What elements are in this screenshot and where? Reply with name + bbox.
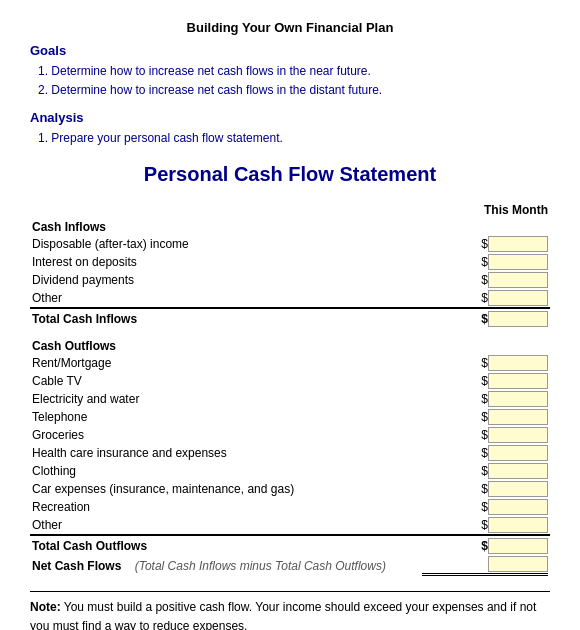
note-text: You must build a positive cash flow. You… [30, 600, 536, 630]
total-inflows-input[interactable] [488, 311, 548, 327]
analysis-section: Analysis 1. Prepare your personal cash f… [30, 110, 550, 148]
net-cash-row: Net Cash Flows (Total Cash Inflows minus… [30, 555, 550, 577]
inflow-item-3: Other [30, 289, 420, 308]
total-outflows-row: Total Cash Outflows $ [30, 535, 550, 555]
goal-2: 2. Determine how to increase net cash fl… [38, 81, 550, 100]
statement-table: This Month Cash Inflows Disposable (afte… [30, 202, 550, 577]
table-row: Rent/Mortgage $ [30, 354, 550, 372]
inflow-input-3[interactable] [488, 290, 548, 306]
dollar-sign: $ [481, 237, 488, 251]
dollar-sign: $ [481, 539, 488, 553]
outflow-input-6[interactable] [488, 463, 548, 479]
outflow-input-8[interactable] [488, 499, 548, 515]
inflow-input-1[interactable] [488, 254, 548, 270]
net-cash-desc: (Total Cash Inflows minus Total Cash Out… [125, 559, 386, 573]
analysis-heading: Analysis [30, 110, 550, 125]
dollar-sign: $ [481, 518, 488, 532]
outflow-input-5[interactable] [488, 445, 548, 461]
dollar-sign: $ [481, 482, 488, 496]
inflow-input-2[interactable] [488, 272, 548, 288]
outflow-item-8: Recreation [30, 498, 420, 516]
table-row: Cable TV $ [30, 372, 550, 390]
inflow-input-0[interactable] [488, 236, 548, 252]
table-row: Electricity and water $ [30, 390, 550, 408]
outflow-input-0[interactable] [488, 355, 548, 371]
note-section: Note: You must build a positive cash flo… [30, 591, 550, 630]
outflow-item-9: Other [30, 516, 420, 535]
table-row: Car expenses (insurance, maintenance, an… [30, 480, 550, 498]
dollar-sign: $ [481, 356, 488, 370]
outflow-input-2[interactable] [488, 391, 548, 407]
net-cash-input[interactable] [488, 556, 548, 572]
table-row: Telephone $ [30, 408, 550, 426]
analysis-1: 1. Prepare your personal cash flow state… [38, 129, 550, 148]
dollar-sign: $ [481, 410, 488, 424]
cash-inflows-label: Cash Inflows [30, 219, 420, 235]
total-outflows-input[interactable] [488, 538, 548, 554]
total-outflows-label: Total Cash Outflows [30, 535, 420, 555]
outflows-heading-row: Cash Outflows [30, 338, 550, 354]
header-col: This Month [420, 202, 550, 219]
outflow-input-9[interactable] [488, 517, 548, 533]
dollar-sign: $ [481, 255, 488, 269]
outflow-item-7: Car expenses (insurance, maintenance, an… [30, 480, 420, 498]
net-cash-label: Net Cash Flows [32, 559, 121, 573]
note-bold: Note: [30, 600, 61, 614]
inflow-item-1: Interest on deposits [30, 253, 420, 271]
table-row: Other $ [30, 516, 550, 535]
outflow-input-3[interactable] [488, 409, 548, 425]
outflow-input-7[interactable] [488, 481, 548, 497]
dollar-sign: $ [481, 428, 488, 442]
dollar-sign: $ [481, 446, 488, 460]
table-row: Groceries $ [30, 426, 550, 444]
outflow-input-1[interactable] [488, 373, 548, 389]
outflow-item-1: Cable TV [30, 372, 420, 390]
table-header: This Month [30, 202, 550, 219]
main-title: Personal Cash Flow Statement [30, 163, 550, 186]
table-row: Interest on deposits $ [30, 253, 550, 271]
outflow-item-3: Telephone [30, 408, 420, 426]
cash-outflows-label: Cash Outflows [30, 338, 420, 354]
dollar-sign: $ [481, 392, 488, 406]
spacer-row [30, 328, 550, 338]
goals-section: Goals 1. Determine how to increase net c… [30, 43, 550, 100]
goal-1: 1. Determine how to increase net cash fl… [38, 62, 550, 81]
table-row: Other $ [30, 289, 550, 308]
header-label-empty [30, 202, 420, 219]
dollar-sign: $ [481, 291, 488, 305]
inflow-item-0: Disposable (after-tax) income [30, 235, 420, 253]
outflow-item-2: Electricity and water [30, 390, 420, 408]
dollar-sign: $ [481, 312, 488, 326]
dollar-sign: $ [481, 500, 488, 514]
outflow-item-5: Health care insurance and expenses [30, 444, 420, 462]
dollar-sign: $ [481, 374, 488, 388]
table-row: Health care insurance and expenses $ [30, 444, 550, 462]
outflow-input-4[interactable] [488, 427, 548, 443]
goals-heading: Goals [30, 43, 550, 58]
total-inflows-label: Total Cash Inflows [30, 308, 420, 328]
table-row: Recreation $ [30, 498, 550, 516]
outflow-item-0: Rent/Mortgage [30, 354, 420, 372]
inflows-heading-row: Cash Inflows [30, 219, 550, 235]
table-row: Disposable (after-tax) income $ [30, 235, 550, 253]
outflow-item-4: Groceries [30, 426, 420, 444]
outflow-item-6: Clothing [30, 462, 420, 480]
table-row: Dividend payments $ [30, 271, 550, 289]
dollar-sign: $ [481, 464, 488, 478]
page-title: Building Your Own Financial Plan [30, 20, 550, 35]
dollar-sign: $ [481, 273, 488, 287]
table-row: Clothing $ [30, 462, 550, 480]
total-inflows-row: Total Cash Inflows $ [30, 308, 550, 328]
inflow-item-2: Dividend payments [30, 271, 420, 289]
